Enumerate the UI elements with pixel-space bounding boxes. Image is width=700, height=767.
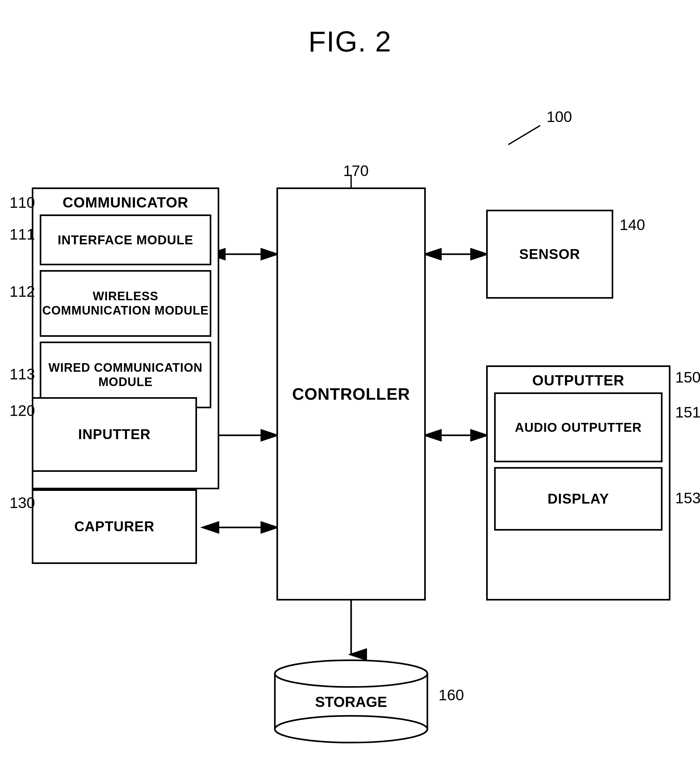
audio-outputter-label: AUDIO OUTPUTTER bbox=[515, 420, 641, 435]
sensor-box: SENSOR bbox=[486, 210, 613, 299]
svg-line-4 bbox=[508, 126, 540, 145]
ref-113: 113 bbox=[10, 365, 35, 383]
controller-box: CONTROLLER bbox=[277, 188, 426, 600]
sensor-label: SENSOR bbox=[519, 246, 580, 263]
capturer-box: CAPTURER bbox=[32, 489, 197, 564]
controller-label: CONTROLLER bbox=[292, 384, 410, 404]
svg-point-15 bbox=[275, 716, 427, 743]
display-label: DISPLAY bbox=[547, 490, 609, 508]
storage-cylinder: STORAGE bbox=[273, 654, 429, 743]
audio-outputter-box: AUDIO OUTPUTTER bbox=[494, 392, 662, 462]
outputter-label: OUTPUTTER bbox=[494, 372, 662, 392]
svg-text:STORAGE: STORAGE bbox=[315, 694, 387, 710]
capturer-label: CAPTURER bbox=[74, 518, 154, 535]
ref-111: 111 bbox=[10, 226, 35, 243]
ref-120: 120 bbox=[10, 402, 35, 419]
inputter-label: INPUTTER bbox=[78, 426, 151, 443]
wired-communication-module-label: WIRED COMMUNICATION MODULE bbox=[41, 361, 210, 390]
inputter-box: INPUTTER bbox=[32, 397, 197, 472]
ref-170: 170 bbox=[343, 162, 369, 180]
interface-module-label: INTERFACE MODULE bbox=[57, 232, 193, 248]
ref-151: 151 bbox=[675, 404, 700, 421]
ref-130: 130 bbox=[10, 494, 35, 512]
ref-153: 153 bbox=[675, 489, 700, 507]
ref-160: 160 bbox=[439, 686, 464, 704]
ref-150: 150 bbox=[675, 369, 700, 386]
display-box: DISPLAY bbox=[494, 467, 662, 531]
ref-110: 110 bbox=[10, 194, 35, 211]
wireless-communication-module-label: WIRELESS COMMUNICATION MODULE bbox=[41, 289, 210, 318]
communicator-label: COMMUNICATOR bbox=[40, 194, 211, 215]
fig-title: FIG. 2 bbox=[0, 0, 700, 58]
wireless-communication-module-box: WIRELESS COMMUNICATION MODULE bbox=[40, 270, 211, 337]
ref-100: 100 bbox=[547, 108, 572, 126]
ref-112: 112 bbox=[10, 283, 35, 300]
ref-140: 140 bbox=[620, 216, 645, 234]
interface-module-box: INTERFACE MODULE bbox=[40, 215, 211, 265]
outputter-box: OUTPUTTER AUDIO OUTPUTTER DISPLAY bbox=[486, 365, 670, 600]
svg-point-16 bbox=[275, 660, 427, 687]
